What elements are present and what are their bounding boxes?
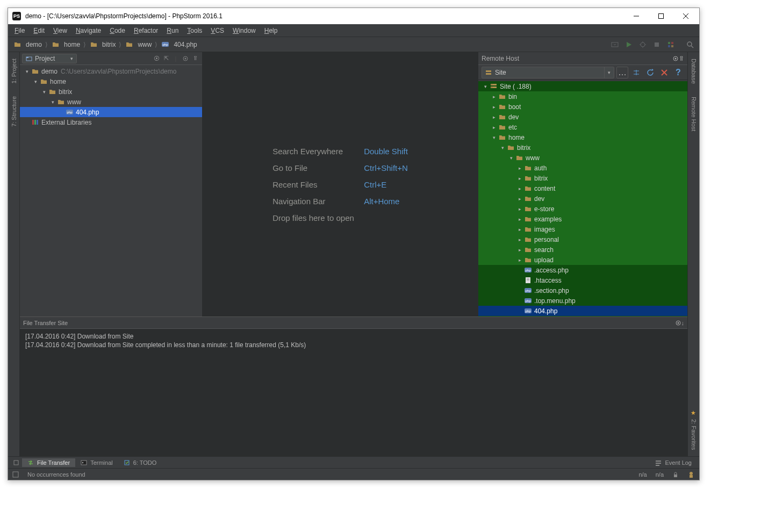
disconnect-icon[interactable] (658, 67, 670, 78)
tree-row-404-php[interactable]: ·php404.php (478, 306, 687, 316)
chevron-down-icon[interactable]: ▾ (49, 99, 56, 105)
chevron-down-icon[interactable]: ▾ (32, 79, 39, 84)
debug-button[interactable] (637, 39, 649, 51)
help-icon[interactable]: ? (672, 67, 684, 78)
run-config-dropdown[interactable] (609, 39, 621, 51)
gear-icon[interactable] (675, 320, 681, 326)
gear-icon[interactable] (181, 54, 190, 63)
minimize-button[interactable] (624, 8, 649, 24)
menu-vcs[interactable]: VCS (206, 26, 228, 35)
tree-row-auth[interactable]: ▸auth (478, 163, 687, 173)
project-view-selector[interactable]: Project ▾ (22, 54, 77, 63)
more-button[interactable]: … (616, 67, 628, 78)
menu-window[interactable]: Window (228, 26, 260, 35)
tree-row-bitrix[interactable]: ▾bitrix (20, 87, 202, 97)
tree-row-upload[interactable]: ▸upload (478, 255, 687, 265)
project-tree[interactable]: ▾demoC:\Users\zavvla\PhpstormProjects\de… (20, 65, 202, 317)
remote-host-tool-tab[interactable]: Remote Host (691, 95, 697, 133)
chevron-right-icon[interactable]: ▸ (516, 166, 523, 171)
tree-row-images[interactable]: ▸images (478, 224, 687, 234)
chevron-right-icon[interactable]: ▸ (490, 125, 498, 130)
breadcrumb-bitrix[interactable]: bitrix (87, 40, 118, 49)
bottom-tab-file-transfer[interactable]: File Transfer (22, 458, 75, 467)
chevron-right-icon[interactable]: ▸ (516, 186, 523, 191)
chevron-right-icon[interactable]: ▸ (516, 206, 523, 212)
tree-row-external-libraries[interactable]: ·External Libraries (20, 117, 202, 127)
chevron-right-icon[interactable]: ▸ (516, 227, 523, 232)
tree-row-e-store[interactable]: ▸e-store (478, 204, 687, 214)
menu-edit[interactable]: Edit (29, 26, 49, 35)
chevron-right-icon[interactable]: ▸ (516, 257, 523, 263)
project-tool-tab[interactable]: 1: Project (11, 56, 17, 85)
close-button[interactable] (673, 8, 698, 24)
tree-row-personal[interactable]: ▸personal (478, 234, 687, 245)
bottom-tab-terminal[interactable]: Terminal (75, 458, 118, 467)
menu-view[interactable]: View (49, 26, 71, 35)
tree-row--htaccess[interactable]: ·.htaccess (478, 275, 687, 285)
breadcrumb-home[interactable]: home (48, 40, 83, 49)
breadcrumb-www[interactable]: www (122, 40, 154, 49)
chevron-down-icon[interactable]: ▾ (490, 135, 498, 140)
chevron-right-icon[interactable]: ▸ (516, 196, 523, 202)
menu-navigate[interactable]: Navigate (71, 26, 105, 35)
lock-icon[interactable] (672, 471, 679, 478)
menu-tools[interactable]: Tools (183, 26, 206, 35)
run-button[interactable] (623, 39, 635, 51)
tree-row-examples[interactable]: ▸examples (478, 214, 687, 224)
chevron-down-icon[interactable]: ▾ (40, 89, 48, 95)
menu-code[interactable]: Code (105, 26, 130, 35)
tree-row-404-php[interactable]: ·php404.php (20, 107, 202, 117)
hide-panel-icon[interactable]: ⥣ (190, 54, 200, 63)
hide-panel-icon[interactable]: ↓ (681, 320, 685, 326)
breadcrumb-404-php[interactable]: php404.php (158, 40, 199, 49)
chevron-right-icon[interactable]: ▸ (516, 237, 523, 242)
tree-row-www[interactable]: ▾www (20, 97, 202, 107)
chevron-down-icon[interactable]: ▾ (499, 145, 506, 150)
tree-row-site-188-[interactable]: ▾Site ( .188) (478, 81, 687, 91)
menu-file[interactable]: File (10, 26, 29, 35)
chevron-right-icon[interactable]: ▸ (516, 176, 523, 181)
gear-icon[interactable] (672, 55, 679, 62)
locate-icon[interactable]: ⦿ (152, 54, 161, 63)
file-transfer-log[interactable]: [17.04.2016 0:42] Download from Site[17.… (20, 329, 687, 456)
search-everywhere-button[interactable] (684, 39, 696, 51)
tree-row-search[interactable]: ▸search (478, 245, 687, 255)
favorites-tool-tab[interactable]: ★2: Favorites (690, 407, 697, 452)
tree-row--top-menu-php[interactable]: ·php.top.menu.php (478, 296, 687, 306)
breadcrumb-demo[interactable]: demo (10, 40, 45, 49)
hide-panel-icon[interactable]: ⥣ (679, 55, 684, 62)
tool-window-pin-icon[interactable] (10, 459, 22, 466)
tree-row-dev[interactable]: ▸dev (478, 112, 687, 122)
diff-icon[interactable] (630, 67, 642, 78)
chevron-right-icon[interactable]: ▸ (490, 114, 498, 120)
tree-row-content[interactable]: ▸content (478, 183, 687, 193)
structure-tool-tab[interactable]: 7: Structure (11, 94, 17, 129)
refresh-icon[interactable] (644, 67, 656, 78)
menu-help[interactable]: Help (260, 26, 282, 35)
tree-row-bin[interactable]: ▸bin (478, 91, 687, 102)
chevron-right-icon[interactable]: ▸ (490, 94, 498, 99)
tree-row-etc[interactable]: ▸etc (478, 122, 687, 132)
chevron-right-icon[interactable]: ▸ (490, 104, 498, 110)
event-log-tab[interactable]: Event Log (650, 458, 697, 467)
tree-row-home[interactable]: ▾home (478, 132, 687, 142)
tree-row-boot[interactable]: ▸boot (478, 102, 687, 112)
maximize-button[interactable] (649, 8, 673, 24)
hector-icon[interactable] (687, 471, 695, 478)
bottom-tab-6-todo[interactable]: 6: TODO (118, 458, 162, 467)
chevron-right-icon[interactable]: ▸ (516, 217, 523, 222)
collapse-all-icon[interactable]: ⇱ (161, 54, 171, 63)
tree-row-demo[interactable]: ▾demoC:\Users\zavvla\PhpstormProjects\de… (20, 66, 202, 76)
update-project-button[interactable] (665, 39, 677, 51)
stop-button[interactable] (651, 39, 663, 51)
remote-site-selector[interactable]: Site ▾ (482, 67, 614, 78)
chevron-right-icon[interactable]: ▸ (516, 247, 523, 253)
tree-row--access-php[interactable]: ·php.access.php (478, 265, 687, 275)
tree-row-dev[interactable]: ▸dev (478, 193, 687, 204)
tree-row-home[interactable]: ▾home (20, 76, 202, 87)
chevron-down-icon[interactable]: ▾ (482, 84, 489, 89)
menu-refactor[interactable]: Refactor (130, 26, 162, 35)
tree-row-www[interactable]: ▾www (478, 153, 687, 163)
menu-run[interactable]: Run (162, 26, 183, 35)
remote-tree[interactable]: ▾Site ( .188)▸bin▸boot▸dev▸etc▾home▾bitr… (478, 80, 687, 317)
